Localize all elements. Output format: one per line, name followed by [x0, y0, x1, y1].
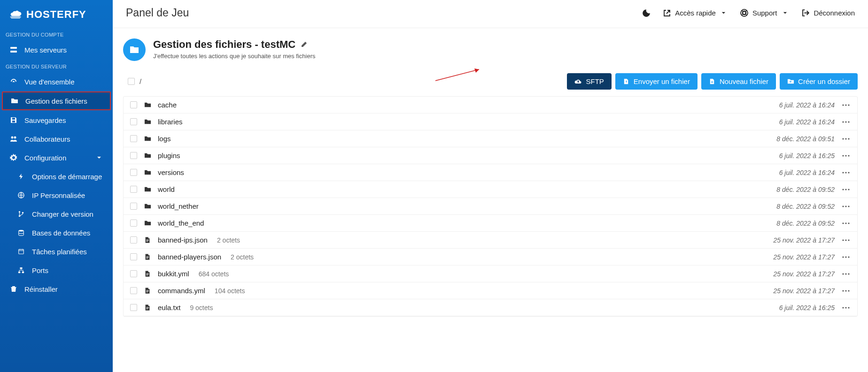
- svg-point-33: [848, 172, 849, 173]
- new-folder-button[interactable]: Créer un dossier: [780, 73, 858, 90]
- file-date: 6 juil. 2022 à 16:24: [779, 169, 835, 176]
- sidebar-item-ip[interactable]: IP Personnalisée: [8, 186, 113, 205]
- chevron-down-icon: [781, 9, 789, 17]
- row-checkbox[interactable]: [130, 236, 137, 243]
- folder-icon: [144, 118, 151, 126]
- row-menu-button[interactable]: [841, 205, 851, 207]
- new-file-button[interactable]: Nouveau fichier: [701, 73, 776, 90]
- folder-icon: [144, 101, 151, 109]
- edit-icon[interactable]: [300, 41, 308, 48]
- section-account-label: GESTION DU COMPTE: [0, 27, 113, 40]
- logout-label: Déconnexion: [814, 9, 855, 17]
- row-checkbox[interactable]: [130, 152, 137, 159]
- sidebar-item-collaborators[interactable]: Collaborateurs: [0, 129, 113, 148]
- sftp-button[interactable]: SFTP: [567, 73, 611, 90]
- file-row[interactable]: world_the_end8 déc. 2022 à 09:52: [124, 215, 857, 232]
- row-menu-button[interactable]: [841, 104, 851, 106]
- row-checkbox[interactable]: [130, 135, 137, 142]
- file-date: 6 juil. 2022 à 16:25: [779, 304, 835, 311]
- gear-icon: [9, 153, 18, 162]
- sidebar-item-servers[interactable]: Mes serveurs: [0, 40, 113, 59]
- file-row[interactable]: eula.txt9 octets6 juil. 2022 à 16:25: [124, 299, 857, 316]
- svg-point-47: [845, 239, 846, 241]
- svg-point-37: [842, 205, 844, 207]
- sidebar-item-configuration[interactable]: Configuration: [0, 148, 113, 167]
- upload-button[interactable]: Envoyer un fichier: [615, 73, 698, 90]
- row-checkbox[interactable]: [130, 253, 137, 260]
- row-menu-button[interactable]: [841, 138, 851, 140]
- svg-rect-43: [146, 240, 148, 240]
- svg-point-60: [848, 273, 849, 274]
- row-menu-button[interactable]: [841, 307, 851, 309]
- sidebar-item-startup[interactable]: Options de démarrage: [8, 167, 113, 186]
- svg-point-16: [743, 11, 746, 14]
- file-row[interactable]: libraries6 juil. 2022 à 16:24: [124, 114, 857, 130]
- row-checkbox[interactable]: [130, 203, 137, 210]
- file-row[interactable]: commands.yml104 octets25 nov. 2022 à 17:…: [124, 282, 857, 299]
- row-checkbox[interactable]: [130, 118, 137, 125]
- svg-point-26: [845, 138, 846, 139]
- page-header: Gestion des fichiers - testMC J'effectue…: [123, 38, 858, 61]
- theme-toggle[interactable]: [642, 9, 651, 17]
- svg-point-7: [19, 211, 21, 213]
- folder-icon: [144, 152, 151, 159]
- svg-point-10: [19, 230, 24, 232]
- row-menu-button[interactable]: [841, 256, 851, 258]
- row-menu-button[interactable]: [841, 290, 851, 292]
- sidebar-item-databases[interactable]: Bases de données: [8, 223, 113, 242]
- svg-point-23: [845, 121, 846, 122]
- brand-logo[interactable]: HOSTERFY: [0, 0, 113, 27]
- file-toolbar: / SFTP Envoyer un fichier Nouveau fichie…: [123, 69, 858, 96]
- file-row[interactable]: bukkit.yml684 octets25 nov. 2022 à 17:27: [124, 266, 857, 282]
- row-checkbox[interactable]: [130, 101, 137, 108]
- file-row[interactable]: logs8 déc. 2022 à 09:51: [124, 130, 857, 147]
- svg-rect-68: [146, 308, 148, 308]
- file-name: bukkit.yml: [158, 270, 189, 278]
- file-row[interactable]: banned-ips.json2 octets25 nov. 2022 à 17…: [124, 232, 857, 249]
- folder-icon: [144, 186, 151, 193]
- svg-rect-51: [146, 258, 148, 258]
- select-all-checkbox[interactable]: [128, 78, 135, 85]
- svg-rect-63: [146, 292, 148, 292]
- file-row[interactable]: cache6 juil. 2022 à 16:24: [124, 97, 857, 114]
- sidebar-item-reinstall[interactable]: Réinstaller: [0, 280, 113, 298]
- sidebar-item-overview[interactable]: Vue d'ensemble: [0, 72, 113, 91]
- sidebar-item-tasks[interactable]: Tâches planifiées: [8, 242, 113, 261]
- file-row[interactable]: banned-players.json2 octets25 nov. 2022 …: [124, 249, 857, 266]
- trash-icon: [9, 285, 18, 293]
- file-name: eula.txt: [158, 304, 180, 311]
- row-menu-button[interactable]: [841, 155, 851, 157]
- row-checkbox[interactable]: [130, 270, 137, 277]
- row-checkbox[interactable]: [130, 287, 137, 294]
- row-checkbox[interactable]: [130, 304, 137, 311]
- sidebar-item-backups[interactable]: Sauvegardes: [0, 111, 113, 129]
- file-row[interactable]: world_nether8 déc. 2022 à 09:52: [124, 198, 857, 215]
- row-menu-button[interactable]: [841, 121, 851, 123]
- row-menu-button[interactable]: [841, 273, 851, 275]
- svg-point-5: [14, 137, 16, 139]
- row-menu-button[interactable]: [841, 239, 851, 241]
- file-row[interactable]: plugins6 juil. 2022 à 16:25: [124, 147, 857, 164]
- support-menu[interactable]: Support: [740, 9, 790, 17]
- file-row[interactable]: versions6 juil. 2022 à 16:24: [124, 164, 857, 181]
- sidebar-item-version[interactable]: Changer de version: [8, 205, 113, 223]
- row-menu-button[interactable]: [841, 189, 851, 190]
- row-checkbox[interactable]: [130, 169, 137, 176]
- file-icon: [144, 253, 151, 261]
- sidebar-item-ports[interactable]: Ports: [8, 261, 113, 280]
- row-menu-button[interactable]: [841, 222, 851, 224]
- logout-link[interactable]: Déconnexion: [801, 9, 855, 17]
- file-row[interactable]: world8 déc. 2022 à 09:52: [124, 181, 857, 198]
- row-checkbox[interactable]: [130, 220, 137, 227]
- nav-label: Ports: [32, 266, 48, 274]
- row-menu-button[interactable]: [841, 172, 851, 174]
- svg-point-52: [842, 256, 844, 258]
- file-icon: [144, 287, 151, 295]
- quick-access-menu[interactable]: Accès rapide: [663, 9, 728, 17]
- breadcrumb[interactable]: /: [140, 77, 141, 85]
- sidebar-item-files[interactable]: Gestion des fichiers: [2, 91, 111, 110]
- svg-point-70: [842, 307, 844, 308]
- svg-point-4: [11, 137, 14, 139]
- row-checkbox[interactable]: [130, 186, 137, 193]
- svg-point-28: [842, 155, 844, 156]
